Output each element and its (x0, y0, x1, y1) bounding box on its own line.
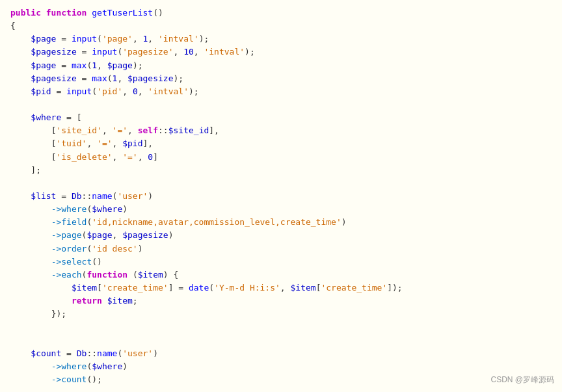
code-container: public function getTuserList() { $page =… (0, 0, 562, 392)
code-block: public function getTuserList() { $page =… (10, 7, 552, 392)
watermark-text: CSDN @罗峰源码 (490, 374, 554, 385)
